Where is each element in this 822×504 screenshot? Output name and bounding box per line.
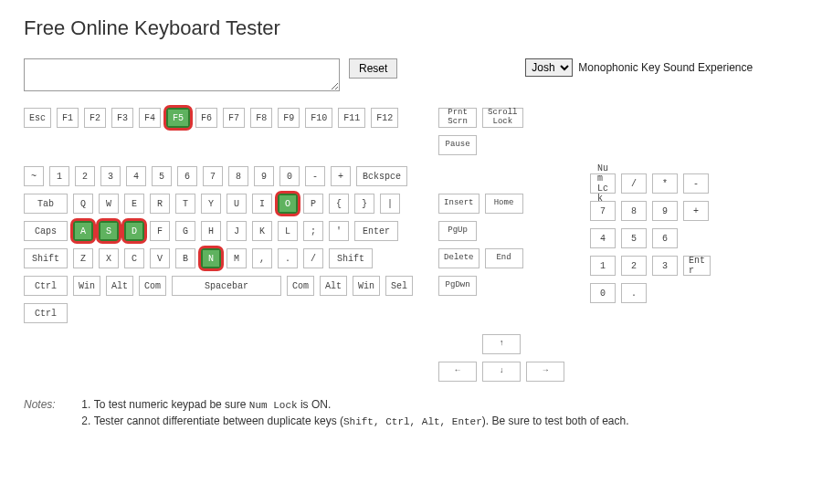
key-9[interactable]: 9 (254, 166, 274, 186)
key-f12[interactable]: F12 (371, 108, 398, 128)
key--[interactable]: } (354, 194, 374, 214)
key-j[interactable]: J (227, 221, 247, 241)
key--[interactable]: { (329, 194, 349, 214)
key-pgdwn[interactable]: PgDwn (438, 276, 477, 296)
key-f5[interactable]: F5 (166, 108, 190, 128)
key-caps[interactable]: Caps (24, 221, 68, 241)
key--[interactable]: ← (438, 362, 477, 382)
key--[interactable]: ~ (24, 166, 44, 186)
key--[interactable]: | (380, 194, 400, 214)
key-6[interactable]: 6 (652, 228, 678, 248)
key-f6[interactable]: F6 (195, 108, 217, 128)
key--[interactable]: + (683, 201, 709, 221)
key-sel[interactable]: Sel (385, 276, 413, 296)
key-y[interactable]: Y (201, 194, 221, 214)
key-0[interactable]: 0 (279, 166, 300, 186)
key-f4[interactable]: F4 (139, 108, 161, 128)
key-v[interactable]: V (150, 248, 170, 268)
key-ctrl[interactable]: Ctrl (24, 303, 68, 323)
key-prnt-scrn[interactable]: PrntScrn (438, 108, 477, 128)
key-spacebar[interactable]: Spacebar (172, 276, 281, 296)
key--[interactable]: . (278, 248, 298, 268)
key-a[interactable]: A (73, 221, 93, 241)
key-r[interactable]: R (150, 194, 170, 214)
key-f2[interactable]: F2 (84, 108, 106, 128)
key-0[interactable]: 0 (590, 283, 616, 303)
key-2[interactable]: 2 (621, 256, 647, 276)
key-i[interactable]: I (252, 194, 272, 214)
key-4[interactable]: 4 (126, 166, 146, 186)
key-f11[interactable]: F11 (338, 108, 365, 128)
key-6[interactable]: 6 (177, 166, 197, 186)
key-z[interactable]: Z (73, 248, 93, 268)
key-7[interactable]: 7 (590, 201, 616, 221)
key-insert[interactable]: Insert (438, 194, 479, 214)
key-scroll-lock[interactable]: ScrollLock (482, 108, 522, 128)
key-home[interactable]: Home (485, 194, 523, 214)
key-2[interactable]: 2 (75, 166, 95, 186)
key-f[interactable]: F (150, 221, 170, 241)
key-d[interactable]: D (124, 221, 144, 241)
key--[interactable]: → (526, 362, 564, 382)
key-shift[interactable]: Shift (24, 248, 68, 268)
key-f8[interactable]: F8 (250, 108, 272, 128)
key-8[interactable]: 8 (621, 201, 647, 221)
key-g[interactable]: G (175, 221, 195, 241)
key--[interactable]: / (621, 173, 647, 194)
key-c[interactable]: C (124, 248, 144, 268)
key-x[interactable]: X (99, 248, 119, 268)
key--[interactable]: ↑ (482, 334, 521, 354)
key--[interactable]: / (303, 248, 323, 268)
key-b[interactable]: B (175, 248, 195, 268)
key-ent-r[interactable]: Entr (683, 256, 711, 276)
key-e[interactable]: E (124, 194, 144, 214)
key-1[interactable]: 1 (590, 256, 616, 276)
key-o[interactable]: O (278, 194, 298, 214)
key-5[interactable]: 5 (621, 228, 647, 248)
key-t[interactable]: T (175, 194, 195, 214)
key-9[interactable]: 9 (652, 201, 678, 221)
key-alt[interactable]: Alt (320, 276, 347, 296)
key-5[interactable]: 5 (152, 166, 172, 186)
key--[interactable]: ; (303, 221, 323, 241)
key-n[interactable]: N (201, 248, 221, 268)
key-1[interactable]: 1 (49, 166, 69, 186)
key-esc[interactable]: Esc (24, 108, 51, 128)
key-com[interactable]: Com (139, 276, 166, 296)
key--[interactable]: ' (329, 221, 349, 241)
key--[interactable]: . (621, 283, 647, 303)
key-f1[interactable]: F1 (57, 108, 79, 128)
key-alt[interactable]: Alt (106, 276, 133, 296)
key-pause[interactable]: Pause (438, 135, 477, 155)
key-m[interactable]: M (227, 248, 247, 268)
key--[interactable]: * (652, 173, 678, 194)
key-f10[interactable]: F10 (305, 108, 332, 128)
key-win[interactable]: Win (353, 276, 380, 296)
key-end[interactable]: End (485, 248, 523, 268)
key-f3[interactable]: F3 (111, 108, 133, 128)
key--[interactable]: - (683, 173, 709, 194)
key-enter[interactable]: Enter (354, 221, 398, 241)
reset-button[interactable]: Reset (349, 58, 397, 79)
key-u[interactable]: U (227, 194, 247, 214)
key--[interactable]: - (305, 166, 325, 186)
key-8[interactable]: 8 (228, 166, 248, 186)
key-p[interactable]: P (303, 194, 323, 214)
key-ctrl[interactable]: Ctrl (24, 276, 68, 296)
key-4[interactable]: 4 (590, 228, 616, 248)
key-f7[interactable]: F7 (223, 108, 245, 128)
key-tab[interactable]: Tab (24, 194, 68, 214)
key-q[interactable]: Q (73, 194, 93, 214)
key-3[interactable]: 3 (652, 256, 678, 276)
key--[interactable]: ↓ (482, 362, 521, 382)
key-delete[interactable]: Delete (438, 248, 479, 268)
key-3[interactable]: 3 (100, 166, 121, 186)
key-pgup[interactable]: PgUp (438, 221, 477, 241)
key--[interactable]: , (252, 248, 272, 268)
key-k[interactable]: K (252, 221, 272, 241)
key-win[interactable]: Win (73, 276, 100, 296)
key-bckspce[interactable]: Bckspce (356, 166, 407, 186)
key-nu-m-lc-k[interactable]: NumLck (590, 173, 616, 194)
key-shift[interactable]: Shift (329, 248, 373, 268)
key-l[interactable]: L (278, 221, 298, 241)
